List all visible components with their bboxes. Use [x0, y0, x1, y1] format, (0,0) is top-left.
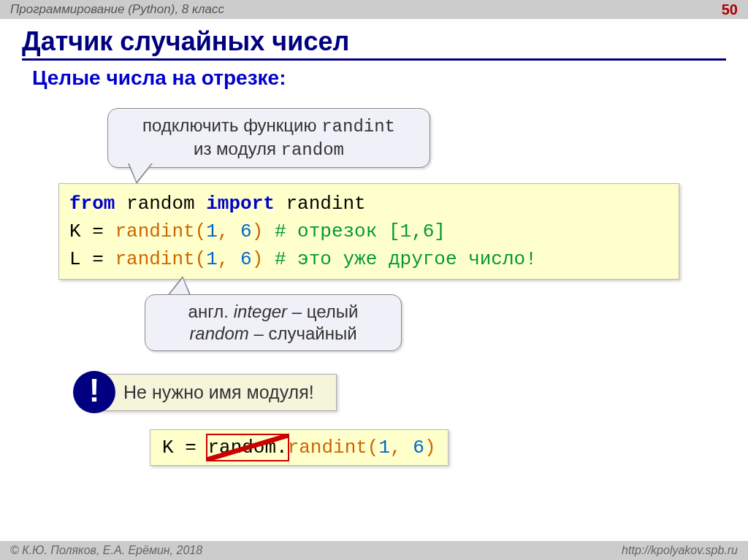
page-number: 50 — [722, 0, 738, 19]
code-block-main: from random import randint K = randint(1… — [58, 183, 679, 280]
exclamation-icon: ! — [73, 371, 115, 413]
section-subtitle: Целые числа на отрезке: — [32, 66, 748, 90]
footer-url: http://kpolyakov.spb.ru — [622, 541, 738, 560]
callout-tail — [129, 164, 151, 182]
warning-text: Не нужно имя модуля! — [98, 374, 337, 411]
page-title: Датчик случайных чисел — [22, 26, 726, 61]
struck-module-prefix: random. — [207, 437, 287, 459]
footer-bar: © К.Ю. Поляков, Е.А. Ерёмин, 2018 http:/… — [0, 541, 748, 560]
header-bar: Программирование (Python), 8 класс 50 — [0, 0, 748, 19]
warning-row: ! Не нужно имя модуля! — [73, 371, 337, 413]
course-label: Программирование (Python), 8 класс — [10, 0, 224, 19]
code-block-wrong: K = random.randint(1, 6) — [150, 429, 449, 466]
callout-import-hint: подключить функцию randint из модуля ran… — [107, 108, 430, 168]
callout-translation: англ. integer – целый random – случайный — [145, 294, 402, 351]
copyright: © К.Ю. Поляков, Е.А. Ерёмин, 2018 — [10, 541, 202, 560]
